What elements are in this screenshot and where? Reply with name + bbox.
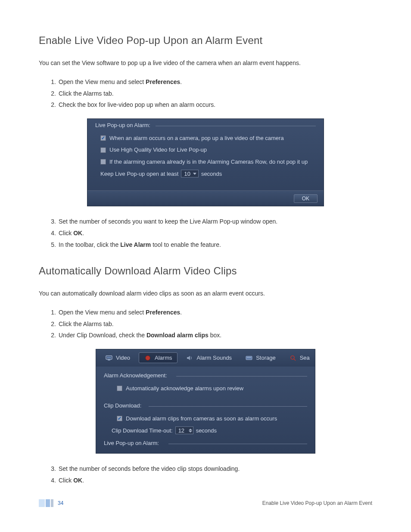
step: 2. Under Clip Download, check the Downlo… — [59, 330, 372, 341]
chevron-down-icon — [193, 173, 196, 175]
ack-fieldset: Alarm Acknowledgement: Automatically ack… — [104, 376, 307, 399]
step: 2. Click the Alarms tab. — [59, 318, 372, 330]
section2-steps-b: 3. Set the number of seconds before the … — [39, 463, 372, 486]
ok-button[interactable]: OK — [294, 194, 318, 203]
section1-steps-b: 3. Set the number of seconds you want to… — [39, 216, 372, 250]
download-clips-panel: Video Alarms Alarm Sounds Storage Sea — [96, 349, 315, 454]
section1-steps-a: 1. Open the View menu and select Prefere… — [39, 76, 372, 111]
alarm-icon — [144, 355, 151, 361]
footer-title: Enable Live Video Pop-up Upon an Alarm E… — [262, 500, 372, 506]
step-number: 2. — [46, 88, 56, 100]
step-text: Open the View menu and select — [59, 309, 146, 316]
checkbox-icon[interactable] — [117, 386, 122, 391]
storage-icon — [246, 355, 252, 361]
step-bold: Preferences — [146, 309, 180, 316]
svg-point-6 — [291, 356, 294, 359]
keep-open-pre: Keep Live Pop-up open at least — [100, 171, 178, 177]
step-text: Click — [59, 230, 73, 236]
cb-label: Download alarm clips from cameras as soo… — [126, 415, 277, 423]
monitor-icon — [106, 355, 112, 361]
svg-rect-4 — [246, 356, 252, 360]
step-text: Click the Alarms tab. — [59, 320, 114, 327]
svg-point-3 — [146, 355, 150, 360]
svg-line-7 — [294, 359, 296, 361]
page-number: 34 — [58, 500, 63, 506]
tab-alarm-sounds[interactable]: Alarm Sounds — [181, 353, 237, 363]
tab-video[interactable]: Video — [100, 353, 135, 363]
cb-auto-acknowledge[interactable]: Automatically acknowledge alarms upon re… — [117, 385, 302, 392]
fieldset-rule — [168, 444, 307, 444]
live-popup-fieldset: Live Pop-up on Alarm: — [104, 444, 307, 446]
step-text: Under Clip Download, check the — [59, 332, 146, 339]
cb-label: Automatically acknowledge alarms upon re… — [126, 385, 243, 392]
page-footer: 34 Enable Live Video Pop-up Upon an Alar… — [39, 499, 372, 507]
search-icon — [290, 355, 296, 361]
chevron-up-icon — [189, 429, 192, 430]
checkbox-icon[interactable] — [100, 159, 106, 165]
step-number: 2. — [46, 99, 56, 111]
ack-legend: Alarm Acknowledgement: — [104, 372, 170, 379]
step: 2. Check the box for live-video pop up w… — [59, 99, 372, 111]
footer-left: 34 — [39, 499, 63, 507]
clip-timeout-value: 12 — [178, 427, 184, 434]
step-text: Click the Alarms tab. — [59, 90, 114, 97]
tab-storage[interactable]: Storage — [240, 353, 281, 363]
spinner-controls[interactable] — [189, 429, 192, 432]
tab-search-partial[interactable]: Sea — [284, 353, 315, 363]
step-text: Check the box for live-video pop up when… — [59, 101, 215, 108]
clip-timeout-row: Clip Download Time-out: 12 seconds — [112, 426, 302, 434]
step: 4. Click OK. — [59, 227, 372, 239]
step-number: 4. — [46, 227, 56, 239]
step-post: box. — [209, 332, 221, 339]
tab-alarms[interactable]: Alarms — [139, 352, 177, 363]
step: 1. Open the View menu and select Prefere… — [59, 76, 372, 88]
clip-timeout-post: seconds — [196, 427, 217, 434]
fieldset-rule — [176, 376, 307, 376]
cb-download-alarm-clips[interactable]: Download alarm clips from cameras as soo… — [117, 415, 302, 423]
chevron-down-icon — [189, 431, 192, 432]
step-number: 2. — [46, 318, 56, 330]
keep-open-value: 10 — [184, 171, 190, 177]
step-number: 4. — [46, 475, 56, 486]
step-number: 1. — [46, 307, 56, 318]
fieldset-rule — [149, 406, 307, 407]
popup-fieldset: Live Pop-up on Alarm: When an alarm occu… — [95, 126, 316, 184]
speaker-icon — [186, 355, 193, 361]
step-bold: Preferences — [146, 78, 180, 85]
step-post: . — [82, 477, 84, 484]
cb-already-in-row[interactable]: If the alarming camera already is in the… — [100, 158, 311, 166]
keep-open-seconds-select[interactable]: 10 — [181, 170, 198, 177]
cb-popup-live-video[interactable]: When an alarm occurs on a camera, pop up… — [100, 134, 311, 142]
clip-timeout-spinner[interactable]: 12 — [175, 426, 193, 434]
popup-legend: Live Pop-up on Alarm: — [95, 122, 153, 128]
svg-rect-2 — [108, 360, 110, 361]
tabs-row: Video Alarms Alarm Sounds Storage Sea — [96, 349, 315, 367]
tab-label: Alarms — [155, 355, 172, 361]
section1-title: Enable Live Video Pop-up Upon an Alarm E… — [39, 34, 372, 47]
step-text: Click — [59, 477, 73, 484]
tab-label: Storage — [256, 355, 276, 361]
keep-open-row: Keep Live Pop-up open at least 10 second… — [100, 170, 311, 177]
step-text: Set the number of seconds you want to ke… — [59, 218, 277, 225]
tab-label: Sea — [300, 355, 310, 361]
section1-intro: You can set the View software to pop up … — [39, 59, 372, 68]
panel-bottombar: OK — [87, 190, 324, 206]
cb-high-quality[interactable]: Use High Quality Video for Live Pop-up — [100, 146, 311, 154]
checkbox-icon[interactable] — [117, 416, 122, 421]
step-bold: Download alarm clips — [146, 332, 209, 339]
step-bold: Live Alarm — [120, 241, 151, 248]
live-popup-legend: Live Pop-up on Alarm: — [104, 440, 162, 446]
checkbox-icon[interactable] — [100, 135, 106, 141]
step-post: . — [180, 309, 182, 316]
step: 4. Click OK. — [59, 475, 372, 486]
fieldset-rule — [156, 126, 316, 126]
step: 3. Set the number of seconds before the … — [59, 463, 372, 475]
tab-label: Alarm Sounds — [196, 355, 232, 361]
step-text: In the toolbar, click the — [59, 241, 120, 248]
checkbox-icon[interactable] — [100, 147, 106, 153]
svg-rect-5 — [247, 357, 251, 358]
section2-title: Automatically Download Alarm Video Clips — [39, 265, 372, 277]
svg-rect-1 — [107, 357, 111, 358]
step-post: tool to enable the feature. — [151, 241, 221, 248]
cb-label: If the alarming camera already is in the… — [109, 158, 308, 166]
